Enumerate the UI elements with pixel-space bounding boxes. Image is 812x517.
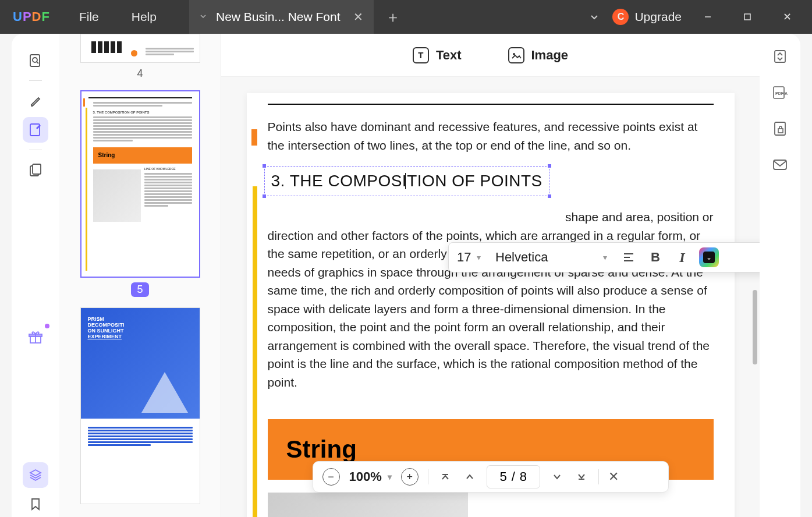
bold-button[interactable]: B (646, 247, 665, 267)
dropdown-caret-icon[interactable]: ▾ (477, 253, 481, 262)
convert-button[interactable] (770, 47, 790, 66)
thumb-subheading: LINE OF KNOWLEDGE (144, 167, 192, 171)
image-tool-button[interactable]: Image (508, 47, 569, 63)
upgrade-label: Upgrade (634, 10, 682, 24)
orange-marker (251, 129, 257, 146)
window-minimize-button[interactable] (694, 8, 721, 26)
app-logo: UPDF (0, 9, 63, 24)
main-content: 4 3. THE COMPOSITION OF POINTS String LI… (12, 34, 800, 517)
thumbnail-page-4[interactable]: 4 (68, 34, 212, 80)
resize-handle-tl[interactable] (262, 164, 267, 168)
search-tool[interactable] (23, 48, 48, 73)
svg-text:PDF/A: PDF/A (775, 91, 788, 95)
menu-file[interactable]: File (63, 10, 115, 24)
right-sidebar: PDF/A (760, 34, 800, 517)
zoom-level-selector[interactable]: 100% ▾ (349, 469, 392, 484)
total-pages: 8 (520, 469, 527, 484)
thumb-number: 4 (68, 68, 212, 80)
tab-title: New Busin... New Font (216, 10, 341, 24)
document-tab[interactable]: New Busin... New Font ✕ (189, 0, 374, 34)
zoom-level-value: 100% (349, 469, 382, 484)
new-tab-button[interactable]: ＋ (385, 7, 400, 27)
vertical-scrollbar[interactable] (753, 290, 757, 364)
email-button[interactable] (770, 155, 790, 175)
italic-button[interactable]: I (672, 247, 692, 267)
image-icon (508, 47, 524, 63)
protect-button[interactable] (770, 119, 790, 139)
upgrade-button[interactable]: C Upgrade (612, 9, 682, 25)
chevron-down-icon: ⌄ (703, 252, 715, 263)
document-page[interactable]: Points also have dominant and recessive … (247, 93, 735, 517)
svg-rect-20 (774, 160, 786, 169)
page-number-input[interactable]: 5 / 8 (487, 465, 540, 488)
last-page-button[interactable] (574, 469, 589, 484)
edit-toolbar: T Text Image (221, 34, 760, 77)
font-family-value: Helvetica (495, 250, 548, 265)
resize-handle-br[interactable] (547, 194, 552, 199)
prev-page-button[interactable] (462, 469, 477, 484)
window-maximize-button[interactable] (734, 8, 761, 26)
highlighter-tool[interactable] (23, 88, 48, 114)
dropdown-caret-icon[interactable]: ▾ (603, 253, 607, 262)
layers-button[interactable] (23, 462, 48, 488)
font-size-selector[interactable]: 17 ▾ (457, 250, 488, 265)
thumb-number: 5 (131, 282, 148, 297)
title-bar: UPDF File Help New Busin... New Font ✕ ＋… (0, 0, 812, 34)
zoom-page-bar[interactable]: − 100% ▾ + 5 / 8 (313, 461, 669, 493)
tab-close-icon[interactable]: ✕ (353, 10, 363, 24)
image-tool-label: Image (531, 48, 569, 63)
selection-box[interactable] (264, 166, 549, 196)
text-tool-label: Text (436, 48, 462, 63)
thumb-heading: 3. THE COMPOSITION OF POINTS (93, 110, 192, 115)
dropdown-caret-icon[interactable]: ▾ (388, 472, 392, 481)
thumb-string-block: String (93, 147, 192, 164)
pdfa-button[interactable]: PDF/A (770, 83, 790, 102)
svg-line-4 (37, 62, 38, 63)
resize-handle-tr[interactable] (547, 164, 552, 168)
font-family-selector[interactable]: Helvetica ▾ (495, 250, 612, 265)
font-size-value: 17 (457, 250, 471, 265)
tab-dropdown-icon[interactable] (200, 13, 208, 21)
font-toolbar[interactable]: 17 ▾ Helvetica ▾ B I ⌄ (448, 242, 760, 272)
gift-button[interactable] (23, 325, 48, 350)
pages-tool[interactable] (23, 157, 48, 183)
document-image[interactable] (268, 493, 469, 517)
thumbnail-page-5[interactable]: 3. THE COMPOSITION OF POINTS String LINE… (68, 90, 212, 297)
resize-handle-bl[interactable] (262, 194, 267, 199)
thumbnail-page-6[interactable]: PRISM DECOMPOSITI ON SUNLIGHT EXPERIMENT (68, 307, 212, 504)
left-sidebar (12, 34, 59, 517)
align-button[interactable] (619, 247, 639, 267)
text-color-button[interactable]: ⌄ (699, 247, 719, 267)
close-bar-button[interactable]: ✕ (608, 469, 619, 484)
paragraph-2a[interactable]: shape and area, position or (268, 208, 714, 226)
next-page-button[interactable] (549, 469, 565, 484)
menu-help[interactable]: Help (115, 10, 173, 24)
notification-dot (45, 324, 49, 328)
window-close-button[interactable]: ✕ (774, 8, 800, 26)
text-icon: T (413, 47, 429, 63)
zoom-out-button[interactable]: − (322, 468, 340, 486)
document-canvas: T Text Image Points also have dominant a… (221, 34, 760, 517)
thumbnail-panel[interactable]: 4 3. THE COMPOSITION OF POINTS String LI… (59, 34, 221, 517)
account-dropdown-icon[interactable] (589, 12, 600, 22)
thumb6-line: EXPERIMENT (88, 334, 193, 339)
zoom-in-button[interactable]: + (401, 468, 419, 486)
thumb6-line: ON SUNLIGHT (88, 328, 193, 334)
text-tool-button[interactable]: T Text (413, 47, 462, 63)
text-caret (405, 173, 406, 189)
thumb6-line: DECOMPOSITI (88, 322, 193, 328)
edit-tool[interactable] (23, 117, 48, 143)
thumb6-line: PRISM (88, 316, 193, 322)
svg-rect-2 (30, 55, 40, 66)
svg-rect-1 (744, 14, 750, 20)
page-sep: / (512, 469, 515, 484)
yellow-marker (253, 186, 257, 517)
paragraph-1[interactable]: Points also have dominant and recessive … (268, 118, 714, 154)
document-scroll-area[interactable]: Points also have dominant and recessive … (221, 77, 760, 517)
svg-rect-19 (778, 129, 783, 133)
first-page-button[interactable] (438, 469, 453, 484)
user-badge: C (612, 9, 629, 25)
svg-rect-5 (30, 124, 40, 136)
bookmark-button[interactable] (23, 491, 48, 517)
current-page: 5 (499, 469, 506, 484)
